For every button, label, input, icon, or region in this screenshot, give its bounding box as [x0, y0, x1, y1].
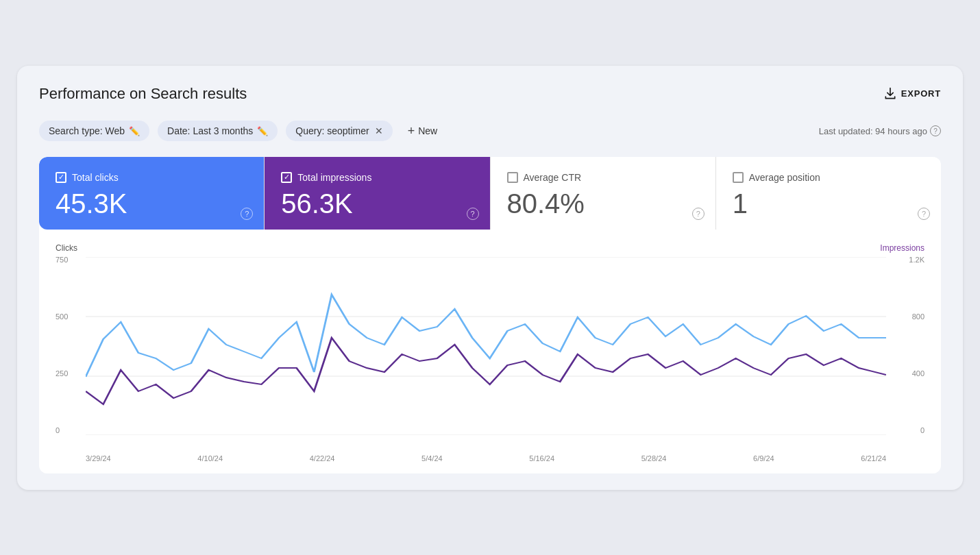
chart-svg [86, 257, 886, 435]
x-tick-3: 4/22/24 [310, 454, 335, 463]
metric-value-total-impressions: 56.3K [281, 190, 473, 217]
date-label: Date: Last 3 months [167, 125, 253, 136]
metric-card-total-clicks[interactable]: Total clicks 45.3K ? [39, 157, 265, 230]
metric-help-average-position[interactable]: ? [918, 208, 930, 220]
metrics-row: Total clicks 45.3K ? Total impressions 5… [39, 157, 941, 230]
chart-line-impressions [86, 338, 886, 404]
metric-checkbox-average-ctr [507, 172, 518, 183]
y-right-tick-400: 400 [912, 369, 924, 378]
metric-name-total-clicks: Total clicks [72, 172, 119, 183]
metric-label-average-position: Average position [733, 172, 924, 183]
chart-container: Clicks 750 500 250 0 Impressions 1.2K 80… [39, 230, 941, 473]
y-left-title: Clicks [56, 243, 83, 253]
main-card: Performance on Search results EXPORT Sea… [17, 66, 963, 490]
metric-checkbox-total-clicks [56, 172, 66, 183]
metric-card-average-ctr[interactable]: Average CTR 80.4% ? [491, 157, 716, 230]
close-icon: ✕ [375, 125, 383, 136]
y-left-tick-0: 0 [56, 426, 83, 434]
y-axis-left: Clicks 750 500 250 0 [56, 243, 83, 435]
date-filter[interactable]: Date: Last 3 months ✏️ [158, 121, 278, 141]
export-button[interactable]: EXPORT [883, 87, 941, 101]
metric-checkbox-total-impressions [281, 172, 292, 183]
metric-name-average-ctr: Average CTR [524, 172, 582, 183]
y-right-title: Impressions [880, 243, 924, 253]
metrics-chart-wrapper: Total clicks 45.3K ? Total impressions 5… [39, 157, 941, 473]
chart-line-clicks [86, 295, 886, 377]
metric-value-average-position: 1 [733, 190, 924, 217]
new-label: New [418, 125, 437, 136]
chart-area: Clicks 750 500 250 0 Impressions 1.2K 80… [56, 243, 924, 463]
search-type-filter[interactable]: Search type: Web ✏️ [39, 121, 149, 141]
last-updated-text: Last updated: 94 hours ago [819, 126, 927, 136]
x-tick-4: 5/4/24 [421, 454, 443, 463]
metric-help-total-clicks[interactable]: ? [241, 208, 253, 220]
x-tick-1: 3/29/24 [86, 454, 111, 463]
metric-label-total-impressions: Total impressions [281, 172, 473, 183]
new-filter-button[interactable]: + New [401, 119, 445, 143]
last-updated-help-icon[interactable]: ? [930, 125, 941, 136]
x-tick-7: 6/9/24 [753, 454, 774, 463]
page-title: Performance on Search results [39, 85, 247, 103]
metric-card-average-position[interactable]: Average position 1 ? [716, 157, 941, 230]
x-tick-6: 5/28/24 [641, 454, 667, 463]
plus-icon: + [408, 124, 415, 138]
metric-help-average-ctr[interactable]: ? [692, 208, 705, 220]
metric-label-average-ctr: Average CTR [507, 172, 699, 183]
y-axis-right: Impressions 1.2K 800 400 0 [890, 243, 924, 435]
export-icon [883, 87, 897, 101]
y-right-tick-0: 0 [920, 426, 924, 434]
last-updated: Last updated: 94 hours ago ? [819, 125, 941, 136]
metric-name-average-position: Average position [749, 172, 820, 183]
search-type-label: Search type: Web [49, 125, 125, 136]
x-axis: 3/29/24 4/10/24 4/22/24 5/4/24 5/16/24 5… [86, 454, 886, 463]
export-label: EXPORT [901, 88, 941, 99]
metric-help-total-impressions[interactable]: ? [467, 208, 479, 220]
y-left-tick-500: 500 [56, 312, 83, 321]
metric-value-total-clicks: 45.3K [56, 190, 247, 217]
query-label: Query: seoptimer [295, 125, 369, 136]
metric-card-total-impressions[interactable]: Total impressions 56.3K ? [265, 157, 490, 230]
y-left-tick-750: 750 [56, 256, 83, 264]
x-tick-8: 6/21/24 [861, 454, 886, 463]
query-filter[interactable]: Query: seoptimer ✕ [286, 121, 392, 141]
edit-icon: ✏️ [129, 126, 140, 136]
chart-svg-wrapper [86, 257, 886, 435]
metric-label-total-clicks: Total clicks [56, 172, 247, 183]
x-tick-2: 4/10/24 [197, 454, 223, 463]
metric-checkbox-average-position [733, 172, 744, 183]
header: Performance on Search results EXPORT [39, 85, 941, 103]
filters-row: Search type: Web ✏️ Date: Last 3 months … [39, 119, 941, 143]
y-right-tick-1200: 1.2K [909, 256, 924, 264]
metric-value-average-ctr: 80.4% [507, 190, 699, 217]
y-right-tick-800: 800 [912, 312, 924, 321]
y-left-tick-250: 250 [56, 369, 83, 378]
metric-name-total-impressions: Total impressions [297, 172, 371, 183]
edit-icon-2: ✏️ [257, 126, 268, 136]
x-tick-5: 5/16/24 [529, 454, 554, 463]
